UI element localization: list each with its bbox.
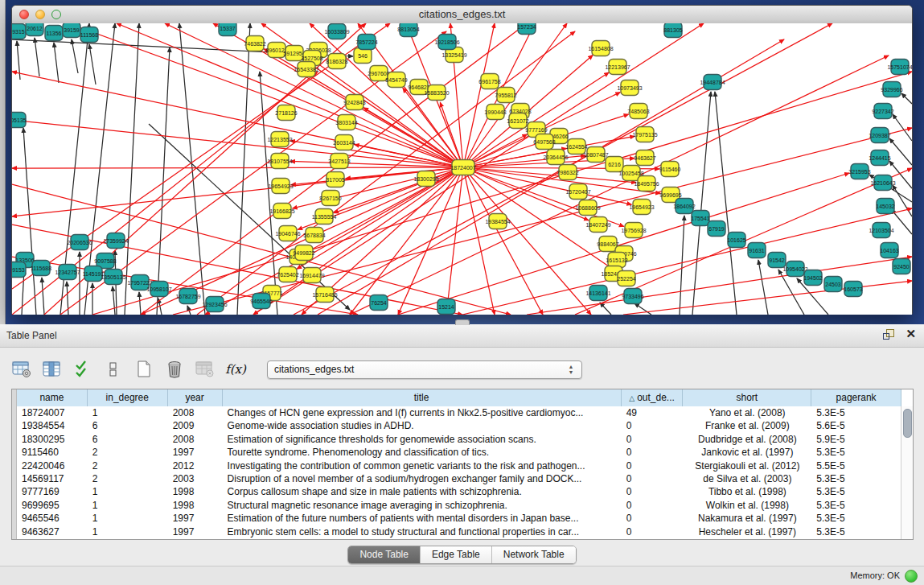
table-cell[interactable]: Stergiakouli et al. (2012): [684, 459, 812, 472]
column-header-pagerank[interactable]: pagerank: [811, 389, 901, 406]
yellow-node[interactable]: 252254: [617, 271, 635, 286]
yellow-node[interactable]: 8454749: [385, 72, 407, 88]
network-window[interactable]: citations_edges.txt 74638228960128591295…: [11, 5, 913, 315]
yellow-node[interactable]: 12213967: [605, 60, 630, 75]
table-cell[interactable]: 0: [622, 419, 684, 432]
table-cell[interactable]: 0: [622, 459, 684, 472]
table-cell[interactable]: 19384554: [17, 419, 88, 432]
teal-node[interactable]: 1115688: [31, 261, 51, 276]
table-cell[interactable]: Wolkin et al. (1998): [684, 499, 812, 512]
table-cell[interactable]: 18300295: [17, 433, 88, 446]
table-cell[interactable]: 0: [622, 525, 684, 538]
yellow-node[interactable]: 7625402: [277, 267, 298, 282]
table-cell[interactable]: 5.3E-5: [811, 472, 901, 485]
teal-node[interactable]: 39315: [12, 24, 26, 39]
teal-node[interactable]: 881305: [663, 23, 682, 38]
column-header-short[interactable]: short: [683, 389, 811, 406]
table-cell[interactable]: 2: [88, 472, 168, 485]
yellow-node[interactable]: 8186328: [326, 54, 347, 69]
yellow-node[interactable]: 2603144: [333, 135, 355, 150]
table-cell[interactable]: Yano et al. (2008): [684, 406, 812, 419]
yellow-node[interactable]: 7955812: [495, 88, 516, 103]
panel-collapse-handle[interactable]: [455, 319, 470, 325]
memory-status-indicator[interactable]: [905, 570, 918, 583]
table-cell[interactable]: 2: [88, 459, 168, 472]
black-edge[interactable]: [893, 114, 912, 141]
teal-node[interactable]: 3215953: [848, 164, 870, 179]
table-cell[interactable]: 9465546: [17, 512, 88, 525]
teal-node[interactable]: 67919: [708, 221, 725, 237]
table-cell[interactable]: 0: [622, 472, 684, 485]
table-cell[interactable]: 1: [88, 525, 168, 538]
select-all-checkmarks-icon[interactable]: [72, 359, 93, 380]
scrollbar-thumb[interactable]: [903, 409, 912, 438]
table-cell[interactable]: 0: [622, 485, 684, 498]
teal-node[interactable]: 160573: [844, 282, 862, 297]
yellow-node[interactable]: 1990448: [484, 105, 506, 120]
black-edge[interactable]: [89, 44, 96, 84]
row-height-icon[interactable]: [103, 359, 124, 380]
yellow-node[interactable]: 18407249: [585, 217, 610, 233]
yellow-node[interactable]: 15716485: [312, 287, 337, 303]
teal-node[interactable]: 9733496: [622, 289, 643, 304]
yellow-node[interactable]: 19654923: [268, 179, 293, 194]
black-edge[interactable]: [72, 39, 78, 73]
teal-node[interactable]: 39159: [63, 23, 80, 38]
table-cell[interactable]: Estimation of significance thresholds fo…: [223, 433, 622, 446]
table-row[interactable]: 911546021997Tourette syndrome. Phenomeno…: [17, 446, 901, 459]
yellow-node[interactable]: 17975135: [632, 127, 657, 142]
table-cell[interactable]: 2003: [168, 472, 223, 485]
table-cell[interactable]: 1998: [168, 485, 223, 498]
teal-node[interactable]: 9329966: [881, 82, 902, 97]
table-cell[interactable]: Genome-wide association studies in ADHD.: [223, 419, 622, 432]
yellow-node[interactable]: 15720407: [565, 184, 590, 200]
column-header-out_de[interactable]: △out_de...: [622, 389, 684, 406]
yellow-node[interactable]: 9242843: [343, 95, 365, 110]
table-cell[interactable]: 5.3E-5: [811, 446, 901, 459]
table-body[interactable]: 1872400712008Changes of HCN gene express…: [17, 406, 901, 539]
yellow-node[interactable]: 16914479: [299, 268, 324, 283]
black-edge[interactable]: [113, 286, 115, 315]
teal-node[interactable]: 20612: [26, 23, 43, 36]
yellow-node[interactable]: 8267150: [319, 191, 341, 206]
node-table[interactable]: namein_degreeyeartitle△out_de...shortpag…: [11, 389, 914, 540]
yellow-node[interactable]: 19166825: [269, 204, 294, 219]
table-cell[interactable]: Disruption of a novel member of a sodium…: [223, 472, 622, 485]
table-cell[interactable]: 2012: [168, 459, 223, 472]
black-edge[interactable]: [893, 185, 912, 216]
black-edge[interactable]: [889, 138, 912, 165]
yellow-node[interactable]: 1615132: [606, 253, 627, 268]
table-cell[interactable]: 0: [622, 499, 684, 512]
table-cell[interactable]: 5.3E-5: [811, 525, 901, 538]
table-cell[interactable]: 2008: [168, 406, 223, 419]
tab-node-table[interactable]: Node Table: [348, 546, 421, 563]
teal-node[interactable]: 20206536: [67, 235, 92, 250]
teal-node[interactable]: 1209387: [869, 128, 890, 143]
black-edge[interactable]: [600, 303, 611, 315]
teal-node[interactable]: 91631: [748, 243, 766, 258]
table-cell[interactable]: Tourette syndrome. Phenomenology and cla…: [223, 446, 622, 459]
column-header-name[interactable]: name: [17, 389, 88, 406]
table-cell[interactable]: 0: [622, 433, 684, 446]
yellow-node[interactable]: 3427513: [328, 154, 350, 169]
table-cell[interactable]: Tibbo et al. (1998): [684, 485, 812, 498]
yellow-node[interactable]: 20364456: [543, 150, 568, 165]
yellow-node[interactable]: 11355554: [312, 209, 337, 225]
table-cell[interactable]: 9115460: [17, 446, 88, 459]
black-edge[interactable]: [42, 278, 44, 315]
yellow-node[interactable]: 7463822: [244, 36, 265, 51]
table-cell[interactable]: Structural magnetic resonance image aver…: [223, 499, 622, 512]
teal-node[interactable]: 12923456: [202, 297, 227, 312]
table-header-row[interactable]: namein_degreeyeartitle△out_de...shortpag…: [17, 389, 901, 407]
teal-node[interactable]: 92450: [893, 259, 910, 274]
table-cell[interactable]: 2009: [168, 419, 223, 432]
yellow-node[interactable]: 19384554: [485, 214, 510, 229]
table-cell[interactable]: 5.3E-5: [811, 406, 901, 419]
teal-node[interactable]: 1864092: [673, 199, 695, 214]
yellow-node[interactable]: 16543382: [294, 62, 318, 77]
table-cell[interactable]: Hescheler et al. (1997): [684, 525, 812, 538]
table-cell[interactable]: Franke et al. (2009): [684, 419, 812, 432]
teal-node[interactable]: 76254: [370, 295, 388, 311]
teal-node[interactable]: 101625: [727, 233, 745, 248]
teal-node[interactable]: 104163: [880, 243, 898, 258]
